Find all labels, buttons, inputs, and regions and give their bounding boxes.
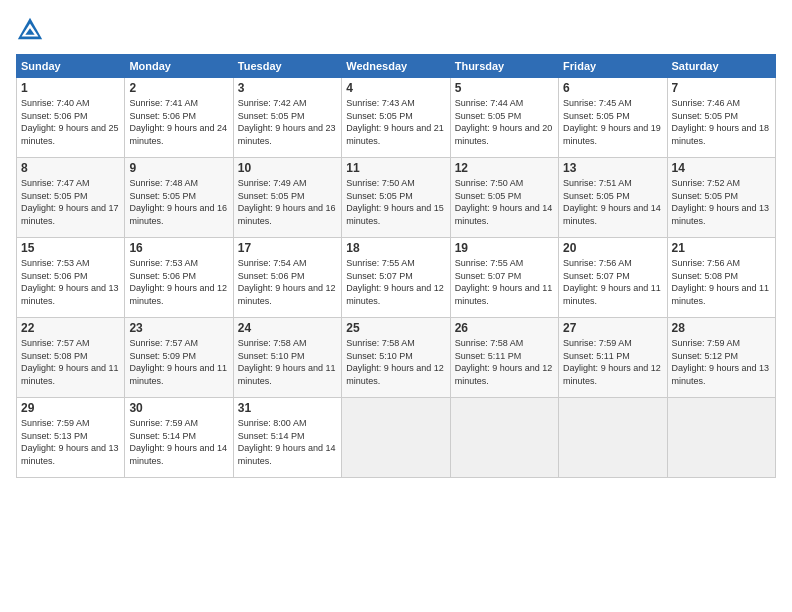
header-wednesday: Wednesday	[342, 55, 450, 78]
day-cell-empty	[450, 398, 558, 478]
day-cell-9: 9Sunrise: 7:48 AMSunset: 5:05 PMDaylight…	[125, 158, 233, 238]
day-cell-19: 19Sunrise: 7:55 AMSunset: 5:07 PMDayligh…	[450, 238, 558, 318]
day-cell-22: 22Sunrise: 7:57 AMSunset: 5:08 PMDayligh…	[17, 318, 125, 398]
logo-icon	[16, 16, 44, 44]
day-cell-empty	[667, 398, 775, 478]
day-cell-25: 25Sunrise: 7:58 AMSunset: 5:10 PMDayligh…	[342, 318, 450, 398]
day-cell-3: 3Sunrise: 7:42 AMSunset: 5:05 PMDaylight…	[233, 78, 341, 158]
day-cell-21: 21Sunrise: 7:56 AMSunset: 5:08 PMDayligh…	[667, 238, 775, 318]
day-cell-29: 29Sunrise: 7:59 AMSunset: 5:13 PMDayligh…	[17, 398, 125, 478]
logo	[16, 16, 48, 44]
header-row: SundayMondayTuesdayWednesdayThursdayFrid…	[17, 55, 776, 78]
day-cell-1: 1Sunrise: 7:40 AMSunset: 5:06 PMDaylight…	[17, 78, 125, 158]
day-cell-13: 13Sunrise: 7:51 AMSunset: 5:05 PMDayligh…	[559, 158, 667, 238]
calendar-week-3: 15Sunrise: 7:53 AMSunset: 5:06 PMDayligh…	[17, 238, 776, 318]
day-cell-6: 6Sunrise: 7:45 AMSunset: 5:05 PMDaylight…	[559, 78, 667, 158]
calendar-week-1: 1Sunrise: 7:40 AMSunset: 5:06 PMDaylight…	[17, 78, 776, 158]
day-cell-2: 2Sunrise: 7:41 AMSunset: 5:06 PMDaylight…	[125, 78, 233, 158]
day-cell-24: 24Sunrise: 7:58 AMSunset: 5:10 PMDayligh…	[233, 318, 341, 398]
calendar-week-4: 22Sunrise: 7:57 AMSunset: 5:08 PMDayligh…	[17, 318, 776, 398]
header-monday: Monday	[125, 55, 233, 78]
day-cell-31: 31Sunrise: 8:00 AMSunset: 5:14 PMDayligh…	[233, 398, 341, 478]
day-cell-8: 8Sunrise: 7:47 AMSunset: 5:05 PMDaylight…	[17, 158, 125, 238]
day-cell-30: 30Sunrise: 7:59 AMSunset: 5:14 PMDayligh…	[125, 398, 233, 478]
day-cell-empty	[559, 398, 667, 478]
day-cell-7: 7Sunrise: 7:46 AMSunset: 5:05 PMDaylight…	[667, 78, 775, 158]
day-cell-17: 17Sunrise: 7:54 AMSunset: 5:06 PMDayligh…	[233, 238, 341, 318]
header-tuesday: Tuesday	[233, 55, 341, 78]
day-cell-12: 12Sunrise: 7:50 AMSunset: 5:05 PMDayligh…	[450, 158, 558, 238]
calendar-week-5: 29Sunrise: 7:59 AMSunset: 5:13 PMDayligh…	[17, 398, 776, 478]
header-saturday: Saturday	[667, 55, 775, 78]
header-friday: Friday	[559, 55, 667, 78]
calendar-table: SundayMondayTuesdayWednesdayThursdayFrid…	[16, 54, 776, 478]
day-cell-28: 28Sunrise: 7:59 AMSunset: 5:12 PMDayligh…	[667, 318, 775, 398]
header-sunday: Sunday	[17, 55, 125, 78]
header-thursday: Thursday	[450, 55, 558, 78]
day-cell-4: 4Sunrise: 7:43 AMSunset: 5:05 PMDaylight…	[342, 78, 450, 158]
day-cell-18: 18Sunrise: 7:55 AMSunset: 5:07 PMDayligh…	[342, 238, 450, 318]
day-cell-15: 15Sunrise: 7:53 AMSunset: 5:06 PMDayligh…	[17, 238, 125, 318]
day-cell-10: 10Sunrise: 7:49 AMSunset: 5:05 PMDayligh…	[233, 158, 341, 238]
day-cell-16: 16Sunrise: 7:53 AMSunset: 5:06 PMDayligh…	[125, 238, 233, 318]
page-header	[16, 16, 776, 44]
day-cell-23: 23Sunrise: 7:57 AMSunset: 5:09 PMDayligh…	[125, 318, 233, 398]
day-cell-5: 5Sunrise: 7:44 AMSunset: 5:05 PMDaylight…	[450, 78, 558, 158]
day-cell-14: 14Sunrise: 7:52 AMSunset: 5:05 PMDayligh…	[667, 158, 775, 238]
calendar-week-2: 8Sunrise: 7:47 AMSunset: 5:05 PMDaylight…	[17, 158, 776, 238]
day-cell-20: 20Sunrise: 7:56 AMSunset: 5:07 PMDayligh…	[559, 238, 667, 318]
day-cell-27: 27Sunrise: 7:59 AMSunset: 5:11 PMDayligh…	[559, 318, 667, 398]
day-cell-11: 11Sunrise: 7:50 AMSunset: 5:05 PMDayligh…	[342, 158, 450, 238]
day-cell-26: 26Sunrise: 7:58 AMSunset: 5:11 PMDayligh…	[450, 318, 558, 398]
day-cell-empty	[342, 398, 450, 478]
